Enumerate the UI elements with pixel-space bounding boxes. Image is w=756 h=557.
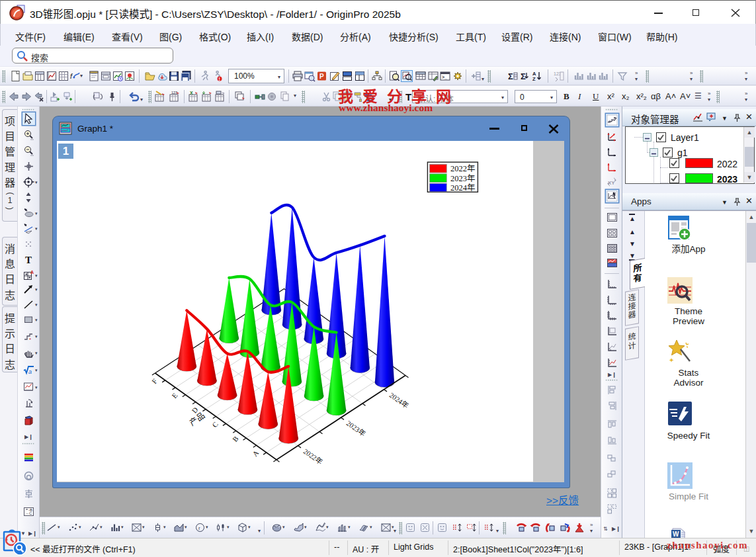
svg-text:2023年: 2023年 — [345, 418, 368, 437]
svg-text:T: T — [25, 255, 32, 265]
svg-text:123: 123 — [171, 91, 177, 95]
svg-text:→C: →C — [25, 511, 32, 515]
svg-text:2022年: 2022年 — [302, 447, 325, 466]
svg-text:A: A — [30, 270, 34, 275]
svg-text:2022年: 2022年 — [450, 164, 476, 173]
svg-text:C: C — [210, 420, 220, 429]
svg-text:2024年: 2024年 — [450, 183, 476, 193]
svg-text:E: E — [170, 391, 179, 400]
svg-text:X: X — [190, 91, 193, 95]
svg-text:✦: ✦ — [669, 357, 674, 364]
svg-text:产品: 产品 — [188, 411, 207, 428]
svg-text:P: P — [319, 73, 324, 80]
svg-text:W: W — [673, 531, 679, 538]
svg-text:a: a — [28, 368, 32, 375]
svg-text:Σ: Σ — [508, 71, 513, 81]
svg-text:B: B — [231, 435, 240, 443]
svg-text:r: r — [198, 525, 200, 531]
svg-text:Z: Z — [532, 76, 536, 82]
svg-text:F: F — [150, 377, 159, 385]
svg-text:A: A — [251, 449, 260, 458]
svg-text:!: ! — [219, 77, 220, 81]
svg-text:*: * — [29, 337, 31, 343]
svg-text:>_: >_ — [442, 75, 447, 79]
svg-text:f: f — [70, 72, 73, 80]
svg-text:2024年: 2024年 — [388, 390, 411, 409]
svg-text:2023年: 2023年 — [450, 174, 476, 183]
